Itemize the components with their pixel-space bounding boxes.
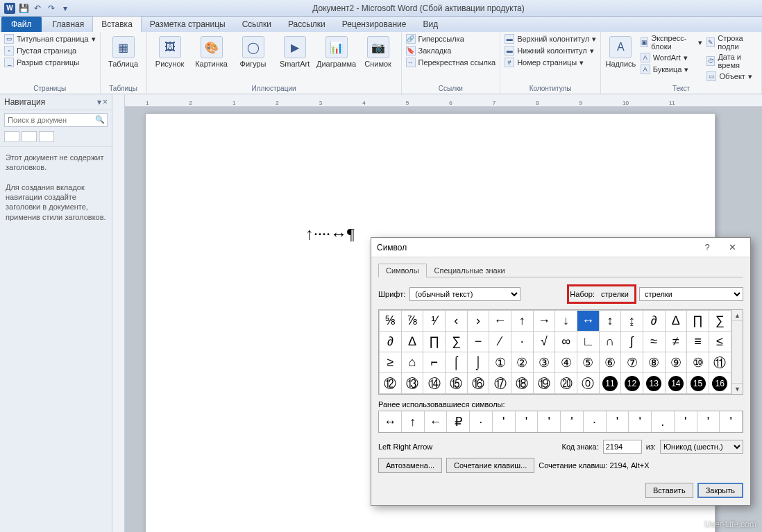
tab-insert[interactable]: Вставка xyxy=(92,16,142,32)
symbol-cell[interactable]: ↨ xyxy=(621,311,643,332)
vertical-ruler[interactable] xyxy=(112,94,125,532)
table-button[interactable]: ▦Таблица xyxy=(105,33,142,68)
tab-references[interactable]: Ссылки xyxy=(234,17,280,32)
tab-view[interactable]: Вид xyxy=(414,17,446,32)
document-text[interactable]: ↑····↔¶ xyxy=(305,225,355,243)
symbol-cell[interactable]: ∟ xyxy=(577,332,599,352)
recent-symbol[interactable]: ↑ xyxy=(402,411,425,432)
symbol-cell[interactable]: ⑤ xyxy=(577,352,599,373)
symbol-cell[interactable]: ≡ xyxy=(687,332,709,352)
recent-symbol[interactable]: · xyxy=(584,411,607,432)
picture-button[interactable]: 🖼Рисунок xyxy=(151,33,189,68)
recent-symbol[interactable]: ' xyxy=(629,411,652,432)
symbol-cell[interactable]: ⌂ xyxy=(401,352,423,373)
symbol-cell[interactable]: 12 xyxy=(621,373,643,394)
symbol-cell[interactable]: ⑪ xyxy=(709,352,731,373)
symbol-cell[interactable]: → xyxy=(533,311,555,332)
nav-close-icon[interactable]: × xyxy=(103,97,108,107)
insert-button[interactable]: Вставить xyxy=(645,483,693,498)
recent-symbol[interactable]: ' xyxy=(607,411,629,432)
cover-page-button[interactable]: ▭Титульная страница ▾ xyxy=(4,33,96,44)
scroll-down-icon[interactable]: ▼ xyxy=(732,383,743,394)
dialog-titlebar[interactable]: Символ ? ✕ xyxy=(371,238,750,257)
symbol-cell[interactable]: ∕ xyxy=(489,332,511,352)
symbol-cell[interactable]: › xyxy=(467,311,489,332)
tab-symbols[interactable]: Символы xyxy=(378,264,427,277)
undo-icon[interactable]: ↶ xyxy=(32,3,43,14)
footer-button[interactable]: ▬Нижний колонтитул ▾ xyxy=(505,45,596,56)
symbol-cell[interactable]: ← xyxy=(489,311,511,332)
symbol-cell[interactable]: ⑧ xyxy=(643,352,665,373)
hyperlink-button[interactable]: 🔗Гиперссылка xyxy=(406,33,496,44)
symbol-cell[interactable]: ⓪ xyxy=(577,373,599,394)
pagenum-button[interactable]: #Номер страницы ▾ xyxy=(505,57,596,68)
symbol-cell[interactable]: ⌠ xyxy=(445,352,467,373)
save-icon[interactable]: 💾 xyxy=(18,3,29,14)
tab-mailings[interactable]: Рассылки xyxy=(280,17,334,32)
symbol-cell[interactable]: ∂ xyxy=(643,311,665,332)
set-select[interactable]: стрелки xyxy=(639,287,743,301)
recent-symbol[interactable]: ' xyxy=(493,411,516,432)
recent-symbol[interactable]: ₽ xyxy=(447,411,470,432)
datetime-button[interactable]: ⏱Дата и время xyxy=(706,52,757,70)
symbol-cell[interactable]: ④ xyxy=(555,352,577,373)
grid-scrollbar[interactable]: ▲ ▼ xyxy=(731,310,743,394)
symbol-cell[interactable]: ⑳ xyxy=(555,373,577,394)
crossref-button[interactable]: ↔Перекрестная ссылка xyxy=(406,57,496,68)
quickparts-button[interactable]: ▣Экспресс-блоки ▾ xyxy=(641,33,703,51)
redo-icon[interactable]: ↷ xyxy=(46,3,57,14)
screenshot-button[interactable]: 📷Снимок xyxy=(359,33,397,68)
symbol-cell[interactable]: ∆ xyxy=(401,332,423,352)
symbol-cell[interactable]: ③ xyxy=(533,352,555,373)
symbol-cell[interactable]: ≠ xyxy=(665,332,687,352)
symbol-cell[interactable]: 16 xyxy=(709,373,731,394)
tab-review[interactable]: Рецензирование xyxy=(334,17,415,32)
scroll-up-icon[interactable]: ▲ xyxy=(732,310,743,321)
bookmark-button[interactable]: 🔖Закладка xyxy=(406,45,496,56)
symbol-cell[interactable]: ‹ xyxy=(445,311,467,332)
nav-search-input[interactable] xyxy=(4,113,108,127)
symbol-cell[interactable]: ∑ xyxy=(445,332,467,352)
clipart-button[interactable]: 🎨Картинка xyxy=(193,33,230,68)
symbol-cell[interactable]: ⑮ xyxy=(445,373,467,394)
file-tab[interactable]: Файл xyxy=(1,17,42,32)
symbol-cell[interactable]: ⑬ xyxy=(401,373,423,394)
nav-view-tabs[interactable] xyxy=(0,130,112,147)
symbol-cell[interactable]: ≈ xyxy=(643,332,665,352)
qat-dropdown-icon[interactable]: ▾ xyxy=(60,3,71,14)
symbol-cell[interactable]: ① xyxy=(489,352,511,373)
help-button[interactable]: ? xyxy=(695,240,720,255)
symbol-cell[interactable]: ∏ xyxy=(687,311,709,332)
signature-button[interactable]: ✎Строка подпи xyxy=(706,33,757,51)
tab-pagelayout[interactable]: Разметка страницы xyxy=(142,17,234,32)
symbol-cell[interactable]: ∑ xyxy=(709,311,731,332)
symbol-cell[interactable]: ∏ xyxy=(423,332,446,352)
symbol-cell[interactable]: ⌐ xyxy=(423,352,446,373)
symbol-cell[interactable]: ↑ xyxy=(511,311,533,332)
chart-button[interactable]: 📊Диаграмма xyxy=(318,33,355,68)
dropcap-button[interactable]: AБуквица ▾ xyxy=(641,64,703,75)
shortcut-button[interactable]: Сочетание клавиш... xyxy=(446,458,534,473)
symbol-cell[interactable]: ② xyxy=(511,352,533,373)
symbol-cell[interactable]: ∂ xyxy=(380,332,402,352)
shapes-button[interactable]: ◯Фигуры xyxy=(235,33,272,68)
recent-symbol[interactable]: ' xyxy=(516,411,539,432)
symbol-cell[interactable]: ⅞ xyxy=(401,311,423,332)
symbol-cell[interactable]: 13 xyxy=(643,373,665,394)
recent-symbol[interactable]: ' xyxy=(697,411,720,432)
header-button[interactable]: ▬Верхний колонтитул ▾ xyxy=(505,33,596,44)
recent-symbol[interactable]: ← xyxy=(425,411,448,432)
symbol-cell[interactable]: ↔ xyxy=(577,311,599,332)
recent-symbol[interactable]: . xyxy=(652,411,675,432)
recent-symbol[interactable]: ' xyxy=(675,411,697,432)
symbol-cell[interactable]: ⑰ xyxy=(489,373,511,394)
symbol-cell[interactable]: ¹⁄ xyxy=(423,311,446,332)
wordart-button[interactable]: AWordArt ▾ xyxy=(641,52,703,63)
symbol-cell[interactable]: ⑲ xyxy=(533,373,555,394)
recent-symbol[interactable]: · xyxy=(470,411,493,432)
symbol-cell[interactable]: ↓ xyxy=(555,311,577,332)
font-select[interactable]: (обычный текст) xyxy=(409,287,520,301)
symbol-cell[interactable]: ⅝ xyxy=(380,311,402,332)
tab-special[interactable]: Специальные знаки xyxy=(427,264,513,277)
symbol-cell[interactable]: ⑱ xyxy=(511,373,533,394)
